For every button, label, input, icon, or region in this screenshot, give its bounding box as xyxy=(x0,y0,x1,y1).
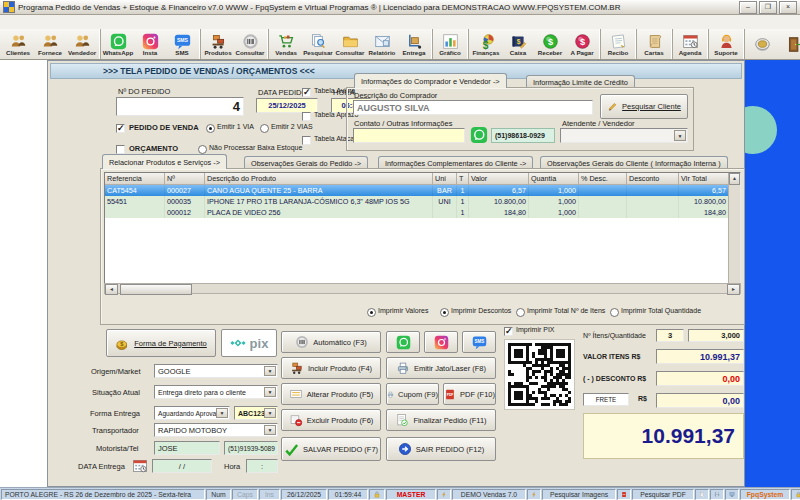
contact-field[interactable] xyxy=(353,128,465,143)
table-row[interactable]: 55451000035 IPHONE 17 PRO 1TB LARANJA-CÓ… xyxy=(105,196,729,207)
payment-method-button[interactable]: Forma de Pagamento xyxy=(106,329,216,357)
restore-button[interactable]: ❐ xyxy=(759,1,777,14)
clients-icon xyxy=(10,33,27,50)
delete-product-button[interactable]: Excluir Produto (F6) xyxy=(281,409,381,431)
minimize-button[interactable]: – xyxy=(739,1,757,14)
toolbar-button[interactable]: A Pagar xyxy=(566,29,598,59)
finish-order-button[interactable]: Finalizar Pedido (F11) xyxy=(386,409,496,431)
status-search-pdf[interactable]: Pesquisar PDF xyxy=(632,489,694,500)
status-user: MASTER xyxy=(386,489,436,500)
print-total-items-radio[interactable] xyxy=(516,308,525,317)
instagram-icon xyxy=(434,335,449,350)
print-laser-button[interactable]: Emitir Jato/Laser (F8) xyxy=(386,357,496,379)
close-button[interactable]: × xyxy=(779,1,797,14)
toolbar-button[interactable]: Receber xyxy=(534,29,566,59)
delivery-date-field[interactable]: / / xyxy=(152,459,212,473)
toolbar-button[interactable]: Caixa xyxy=(502,29,534,59)
pdf-icon xyxy=(444,388,456,401)
print-discounts-radio[interactable] xyxy=(440,308,449,317)
toolbar-button[interactable]: Insta xyxy=(134,29,166,59)
tab-products[interactable]: Relacionar Produtos e Serviços -> xyxy=(102,154,227,169)
scroll-thumb[interactable] xyxy=(120,284,192,295)
calendar-icon[interactable] xyxy=(132,458,148,474)
toolbar-button[interactable]: Relatório xyxy=(366,29,398,59)
table-row[interactable]: CAT5454000027 CANO AGUA QUENTE 25 - BARR… xyxy=(105,185,729,196)
edit-product-button[interactable]: Alterar Produto (F5) xyxy=(281,383,381,405)
quote-checkbox[interactable] xyxy=(116,145,125,154)
toolbar-button[interactable]: Cartas xyxy=(636,29,670,59)
toolbar-button[interactable]: Suporte xyxy=(708,29,742,59)
exit-order-button[interactable]: SAIR PEDIDO (F12) xyxy=(386,437,496,461)
wholesale-table-checkbox[interactable] xyxy=(302,136,311,145)
toolbar-button[interactable]: Fornece xyxy=(34,29,66,59)
toolbar-button[interactable]: Finanças xyxy=(468,29,502,59)
horizontal-scrollbar[interactable]: ◄ ► xyxy=(104,283,741,294)
term-table-checkbox[interactable] xyxy=(302,112,311,121)
driver-phone-field[interactable]: (51)91939-5089 xyxy=(224,441,278,455)
tab-buyer-info[interactable]: Informações do Comprador e Vendedor -> xyxy=(354,73,507,88)
automatic-button[interactable]: Automático (F3) xyxy=(281,331,381,353)
pdf-button[interactable]: PDF (F10) xyxy=(443,383,496,405)
toolbar-button[interactable]: Recibo xyxy=(600,29,634,59)
no-stock-processing-radio[interactable] xyxy=(198,145,207,154)
toolbar-button[interactable]: Pesquisar xyxy=(302,29,334,59)
coupon-button[interactable]: Cupom (F9) xyxy=(386,383,439,405)
plate-dropdown[interactable]: ABC1234 xyxy=(234,406,278,420)
doc-check-icon xyxy=(395,413,409,427)
status-dropdown[interactable]: Entrega direto para o cliente xyxy=(154,385,278,399)
toolbar-button[interactable]: Entrega xyxy=(398,29,430,59)
print-pix-checkbox[interactable] xyxy=(504,327,513,336)
emit-2-vias-radio[interactable] xyxy=(260,124,269,133)
sales-cart-icon xyxy=(278,33,295,50)
client-phone: (51)98618-0929 xyxy=(491,128,555,143)
carrier-dropdown[interactable]: RAPIDO MOTOBOY xyxy=(154,423,278,437)
search-icon xyxy=(310,33,327,50)
title-bar: Programa Pedido de Vendas + Estoque & Fi… xyxy=(0,0,800,15)
delivery-hour-field[interactable]: : xyxy=(246,459,278,473)
whatsapp-icon[interactable] xyxy=(470,126,488,144)
pix-button[interactable]: pix xyxy=(221,329,277,357)
sms-button[interactable] xyxy=(462,331,496,353)
items-value-field: 10.991,37 xyxy=(656,349,744,364)
order-number-field[interactable]: 4 xyxy=(116,97,244,116)
freight-button[interactable]: FRETE xyxy=(583,393,629,406)
scroll-right-arrow[interactable]: ► xyxy=(727,284,740,295)
items-qty-label: Nº Ítens/Quantidade xyxy=(583,332,646,339)
search-client-button[interactable]: Pesquisar Cliente xyxy=(600,94,688,119)
toolbar-button[interactable]: WhatsApp xyxy=(100,29,134,59)
origin-dropdown[interactable]: GOOGLE xyxy=(154,364,278,378)
qty-total-field: 3,000 xyxy=(688,329,744,342)
toolbar-button[interactable] xyxy=(744,29,778,59)
scroll-up-arrow[interactable]: ▲ xyxy=(729,173,740,185)
receipt-icon xyxy=(610,33,627,50)
toolbar-button[interactable]: Clientes xyxy=(2,29,34,59)
status-brand: FpqSystem xyxy=(740,489,790,500)
add-product-button[interactable]: Incluir Produto (F4) xyxy=(281,357,381,379)
toolbar-button[interactable]: Agenda xyxy=(672,29,706,59)
toolbar-button[interactable]: Consultar xyxy=(334,29,366,59)
order-date-field[interactable]: 25/12/2025 xyxy=(256,98,318,113)
cash-table-checkbox[interactable] xyxy=(302,88,311,97)
print-total-qty-radio[interactable] xyxy=(610,308,619,317)
toolbar-button[interactable]: SMS xyxy=(166,29,198,59)
whatsapp-send-button[interactable] xyxy=(386,331,420,353)
vertical-scrollbar[interactable]: ▲ xyxy=(728,173,740,293)
print-values-radio[interactable] xyxy=(367,308,376,317)
toolbar-button[interactable]: Vendas xyxy=(268,29,302,59)
save-order-button[interactable]: SALVAR PEDIDO (F7) xyxy=(281,437,381,461)
driver-field[interactable]: JOSE xyxy=(154,441,220,455)
attendant-dropdown[interactable] xyxy=(560,128,688,143)
table-row[interactable]: 000012 PLACA DE VIDEO 256 1184,80 1,000 … xyxy=(105,207,729,218)
toolbar-button[interactable]: Vendedor xyxy=(66,29,98,59)
scroll-left-arrow[interactable]: ◄ xyxy=(105,284,118,295)
instagram-button[interactable] xyxy=(424,331,458,353)
toolbar-button[interactable]: Gráfico xyxy=(432,29,466,59)
buyer-name-field[interactable]: AUGUSTO SILVA xyxy=(353,100,593,115)
status-search-images[interactable]: Pesquisar Imagens xyxy=(542,489,616,500)
delivery-method-dropdown[interactable]: Aguardando Aprovaçã xyxy=(154,406,230,420)
toolbar-button[interactable]: Produtos xyxy=(200,29,234,59)
toolbar-button[interactable] xyxy=(778,29,800,59)
toolbar-button[interactable]: Consultar xyxy=(234,29,266,59)
sales-order-checkbox[interactable] xyxy=(116,124,125,133)
emit-1-via-radio[interactable] xyxy=(206,124,215,133)
